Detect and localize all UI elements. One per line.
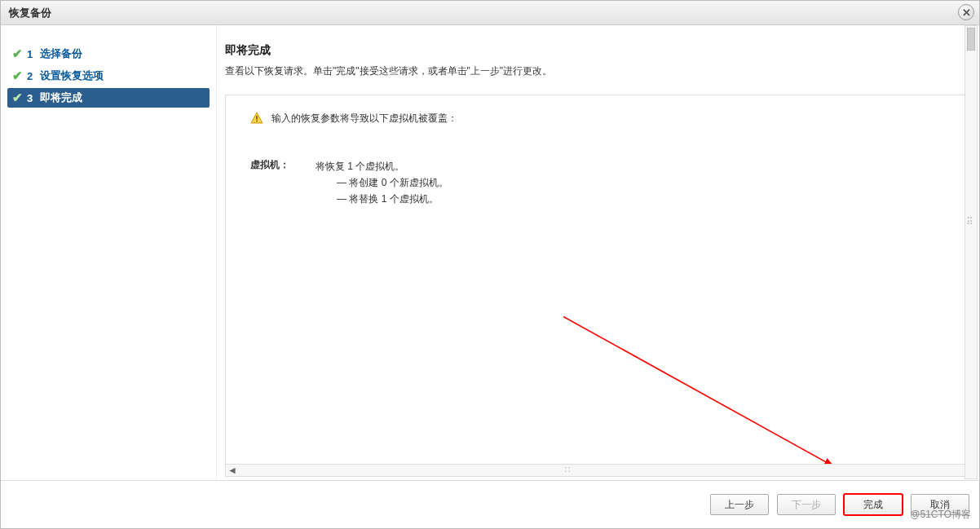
vm-summary-label: 虚拟机： [250,158,316,207]
dialog-body: ✔ 1 选择备份 ✔ 2 设置恢复选项 ✔ 3 即将完成 即将完成 查看以下恢复… [1,25,979,481]
vm-summary-details: 将恢复 1 个虚拟机。 — 将创建 0 个新虚拟机。 — 将替换 1 个虚拟机。 [316,158,448,207]
warning-text: 输入的恢复参数将导致以下虚拟机被覆盖： [271,112,457,126]
wizard-main: 即将完成 查看以下恢复请求。单击"完成"接受这些请求，或者单击"上一步"进行更改… [217,25,979,480]
vm-create-count: — 将创建 0 个新虚拟机。 [316,174,448,191]
wizard-step-ready[interactable]: ✔ 3 即将完成 [7,88,210,108]
svg-rect-2 [256,121,258,122]
vertical-scrollbar[interactable] [965,25,978,479]
svg-rect-1 [256,116,258,120]
cancel-button[interactable]: 取消 [911,494,969,515]
wizard-step-select-backup[interactable]: ✔ 1 选择备份 [7,44,210,64]
step-number: 3 [27,92,40,104]
next-button: 下一步 [777,494,836,515]
summary-panel: 输入的恢复参数将导致以下虚拟机被覆盖： 虚拟机： 将恢复 1 个虚拟机。 — 将… [225,95,968,477]
vm-restore-count: 将恢复 1 个虚拟机。 [316,158,448,174]
scroll-track[interactable]: :: [239,465,962,476]
step-label: 即将完成 [40,90,82,105]
warning-icon [250,112,263,125]
scroll-left-icon[interactable]: ◄ [226,465,239,476]
wizard-sidebar: ✔ 1 选择备份 ✔ 2 设置恢复选项 ✔ 3 即将完成 [1,25,217,480]
page-subheading: 查看以下恢复请求。单击"完成"接受这些请求，或者单击"上一步"进行更改。 [225,64,963,78]
wizard-step-restore-options[interactable]: ✔ 2 设置恢复选项 [7,66,210,86]
check-icon: ✔ [12,46,27,61]
warning-row: 输入的恢复参数将导致以下虚拟机被覆盖： [250,112,942,126]
step-label: 选择备份 [40,46,82,61]
resize-handle-icon[interactable]: ⠿ [966,221,978,223]
window-title: 恢复备份 [9,6,51,20]
dialog-footer: 上一步 下一步 完成 取消 @51CTO博客 [1,481,979,528]
step-number: 1 [27,48,40,60]
step-number: 2 [27,70,40,82]
page-title: 即将完成 [225,43,963,58]
vm-replace-count: — 将替换 1 个虚拟机。 [316,191,448,207]
check-icon: ✔ [12,68,27,83]
dialog-restore-backup: 恢复备份 ✕ ✔ 1 选择备份 ✔ 2 设置恢复选项 ✔ 3 即将完成 [0,0,980,529]
scroll-grip-icon: :: [564,465,572,474]
close-icon: ✕ [962,7,971,19]
step-label: 设置恢复选项 [40,68,104,83]
annotation-arrow [226,95,967,476]
back-button[interactable]: 上一步 [710,494,769,515]
titlebar: 恢复备份 ✕ [1,1,979,25]
vertical-scroll-thumb[interactable] [967,28,975,51]
finish-button[interactable]: 完成 [844,494,903,515]
svg-line-3 [563,317,835,468]
main-header: 即将完成 查看以下恢复请求。单击"完成"接受这些请求，或者单击"上一步"进行更改… [217,25,971,86]
check-icon: ✔ [12,90,27,105]
close-button[interactable]: ✕ [958,4,974,20]
vm-summary: 虚拟机： 将恢复 1 个虚拟机。 — 将创建 0 个新虚拟机。 — 将替换 1 … [250,158,942,207]
horizontal-scrollbar[interactable]: ◄ :: ► [225,464,976,477]
